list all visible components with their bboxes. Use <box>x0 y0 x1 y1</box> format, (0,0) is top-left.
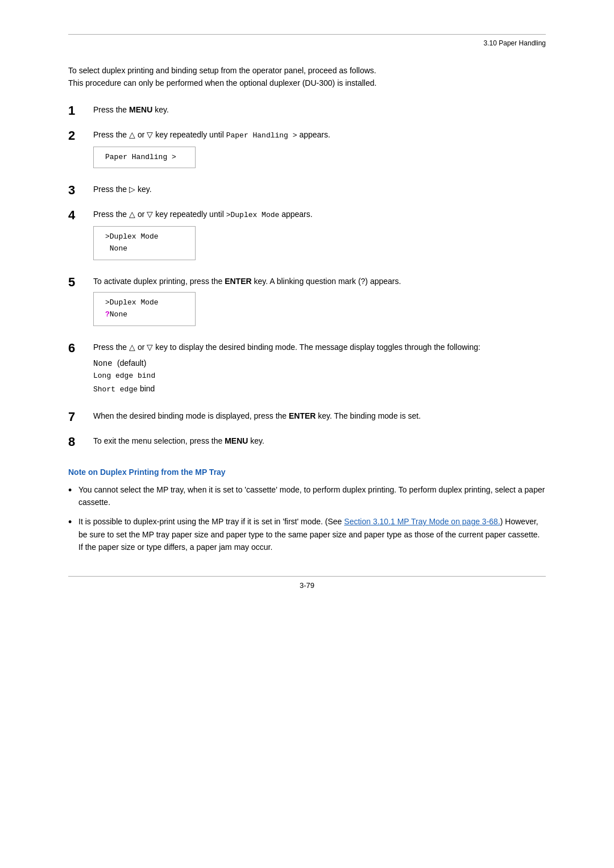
step-4-content: Press the △ or ▽ key repeatedly until >D… <box>93 208 546 264</box>
bullet-dot-1: • <box>68 483 78 498</box>
top-rule <box>68 34 546 35</box>
note-bullet-1: • You cannot select the MP tray, when it… <box>68 483 546 509</box>
intro-line1: To select duplex printing and binding se… <box>68 66 376 75</box>
step-6-options: None (default) Long edge bind Short edge… <box>93 357 546 395</box>
note-title: Note on Duplex Printing from the MP Tray <box>68 468 546 477</box>
step-5-codebox: >Duplex Mode ?None <box>93 292 196 326</box>
note-link[interactable]: Section 3.10.1 MP Tray Mode on page 3-68… <box>344 517 500 526</box>
step-4-codebox: >Duplex Mode None <box>93 226 196 260</box>
step-1: 1 Press the MENU key. <box>68 103 546 118</box>
intro-paragraph: To select duplex printing and binding se… <box>68 64 546 90</box>
step-8-content: To exit the menu selection, press the ME… <box>93 435 546 447</box>
option-none: None (default) <box>93 359 146 368</box>
step-3-number: 3 <box>68 183 93 198</box>
option-short: Short edge bind <box>93 385 155 394</box>
step-7-content: When the desired binding mode is display… <box>93 410 546 422</box>
option-long: Long edge bind <box>93 372 155 380</box>
note-bullet-2-text: It is possible to duplex-print using the… <box>78 515 546 553</box>
step-6-number: 6 <box>68 341 93 356</box>
step-2-number: 2 <box>68 128 93 143</box>
step-5-content: To activate duplex printing, press the E… <box>93 275 546 331</box>
step-8-number: 8 <box>68 435 93 449</box>
note-section: Note on Duplex Printing from the MP Tray… <box>68 468 546 554</box>
step-3: 3 Press the ▷ key. <box>68 183 546 198</box>
step-4-codeinline: >Duplex Mode <box>226 211 280 219</box>
step-7-bold: ENTER <box>289 411 316 420</box>
step-4: 4 Press the △ or ▽ key repeatedly until … <box>68 208 546 264</box>
step-2-codebox: Paper Handling > <box>93 147 196 169</box>
step-2-content: Press the △ or ▽ key repeatedly until Pa… <box>93 128 546 173</box>
page: 3.10 Paper Handling To select duplex pri… <box>0 0 614 635</box>
intro-line2: This procedure can only be performed whe… <box>68 78 376 87</box>
step-5-number: 5 <box>68 275 93 290</box>
note-bullet-1-text: You cannot select the MP tray, when it i… <box>78 483 546 509</box>
page-number: 3-79 <box>68 581 546 590</box>
step-1-content: Press the MENU key. <box>93 103 546 116</box>
step-7: 7 When the desired binding mode is displ… <box>68 410 546 424</box>
step-8: 8 To exit the menu selection, press the … <box>68 435 546 449</box>
step-5-bold: ENTER <box>225 277 251 286</box>
step-5: 5 To activate duplex printing, press the… <box>68 275 546 331</box>
step-6: 6 Press the △ or ▽ key to display the de… <box>68 341 546 399</box>
section-header: 3.10 Paper Handling <box>68 39 546 47</box>
bullet-dot-2: • <box>68 515 78 529</box>
step-2-codeinline: Paper Handling > <box>226 131 297 140</box>
step-1-bold: MENU <box>129 105 152 114</box>
step-8-bold: MENU <box>225 436 248 445</box>
step-3-content: Press the ▷ key. <box>93 183 546 195</box>
step-1-number: 1 <box>68 103 93 118</box>
bottom-rule <box>68 576 546 577</box>
step-6-content: Press the △ or ▽ key to display the desi… <box>93 341 546 399</box>
step-4-number: 4 <box>68 208 93 223</box>
step-5-cursor: ? <box>105 310 110 319</box>
step-2: 2 Press the △ or ▽ key repeatedly until … <box>68 128 546 173</box>
steps-list: 1 Press the MENU key. 2 Press the △ or ▽… <box>68 103 546 449</box>
note-bullet-2: • It is possible to duplex-print using t… <box>68 515 546 553</box>
note-bullets: • You cannot select the MP tray, when it… <box>68 483 546 554</box>
step-7-number: 7 <box>68 410 93 424</box>
